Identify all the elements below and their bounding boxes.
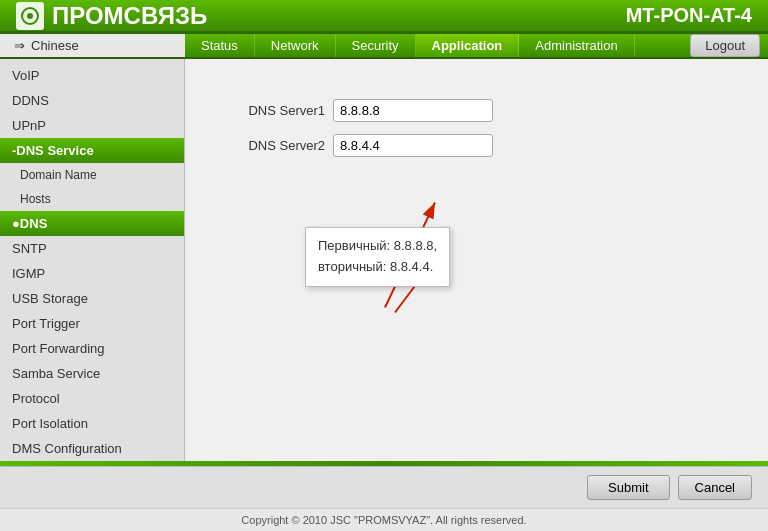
sidebar-item-dns[interactable]: ●DNS (0, 211, 184, 236)
logo-text: ПРОМСВЯЗЬ (52, 2, 207, 30)
header: ПРОМСВЯЗЬ MT-PON-AT-4 (0, 0, 768, 34)
dns-server1-input[interactable] (333, 99, 493, 122)
sidebar-item-ddns[interactable]: DDNS (0, 88, 184, 113)
sidebar-item-hosts[interactable]: Hosts (0, 187, 184, 211)
dns-server1-label: DNS Server1 (215, 103, 325, 118)
footer-copyright: Copyright © 2010 JSC "PROMSVYAZ". All ri… (0, 508, 768, 531)
tab-security[interactable]: Security (336, 34, 416, 57)
footer-buttons: Submit Cancel (0, 466, 768, 508)
logout-button[interactable]: Logout (690, 34, 760, 57)
cancel-button[interactable]: Cancel (678, 475, 752, 500)
sidebar-item-usb-storage[interactable]: USB Storage (0, 286, 184, 311)
main-area: VoIP DDNS UPnP -DNS Service Domain Name … (0, 59, 768, 461)
dns-server1-row: DNS Server1 (215, 99, 738, 122)
tab-application[interactable]: Application (416, 34, 520, 57)
sidebar-item-upnp[interactable]: UPnP (0, 113, 184, 138)
logo-icon-inner (21, 7, 39, 25)
tooltip-line2: вторичный: 8.8.4.4. (318, 259, 433, 274)
copyright-text: Copyright © 2010 JSC "PROMSVYAZ". All ri… (241, 514, 526, 526)
tab-administration[interactable]: Administration (519, 34, 634, 57)
navbar: ⇒ Chinese Status Network Security Applic… (0, 34, 768, 59)
dns-server2-label: DNS Server2 (215, 138, 325, 153)
tab-network[interactable]: Network (255, 34, 336, 57)
language-selector[interactable]: ⇒ Chinese (0, 34, 185, 57)
sidebar-item-dns-service[interactable]: -DNS Service (0, 138, 184, 163)
dns-server2-row: DNS Server2 (215, 134, 738, 157)
sidebar-item-protocol[interactable]: Protocol (0, 386, 184, 411)
tooltip-line1: Первичный: 8.8.8.8, (318, 238, 437, 253)
logo-icon (16, 2, 44, 30)
sidebar-item-samba-service[interactable]: Samba Service (0, 361, 184, 386)
logo-area: ПРОМСВЯЗЬ (16, 2, 207, 30)
nav-tabs: Status Network Security Application Admi… (185, 34, 690, 57)
sidebar-item-dms-configuration[interactable]: DMS Configuration (0, 436, 184, 461)
dns-form: DNS Server1 DNS Server2 (215, 99, 738, 157)
sidebar-item-port-forwarding[interactable]: Port Forwarding (0, 336, 184, 361)
sidebar-item-port-trigger[interactable]: Port Trigger (0, 311, 184, 336)
device-name: MT-PON-AT-4 (626, 4, 752, 27)
language-label: Chinese (31, 38, 79, 53)
tooltip-popup: Первичный: 8.8.8.8, вторичный: 8.8.4.4. (305, 227, 450, 287)
sidebar-item-sntp[interactable]: SNTP (0, 236, 184, 261)
submit-button[interactable]: Submit (587, 475, 669, 500)
sidebar: VoIP DDNS UPnP -DNS Service Domain Name … (0, 59, 185, 461)
arrow-icon: ⇒ (14, 38, 25, 53)
content-panel: DNS Server1 DNS Server2 (185, 59, 768, 461)
sidebar-item-voip[interactable]: VoIP (0, 63, 184, 88)
sidebar-item-igmp[interactable]: IGMP (0, 261, 184, 286)
logout-area: Logout (690, 34, 760, 57)
sidebar-item-port-isolation[interactable]: Port Isolation (0, 411, 184, 436)
dns-server2-input[interactable] (333, 134, 493, 157)
sidebar-item-domain-name[interactable]: Domain Name (0, 163, 184, 187)
tab-status[interactable]: Status (185, 34, 255, 57)
